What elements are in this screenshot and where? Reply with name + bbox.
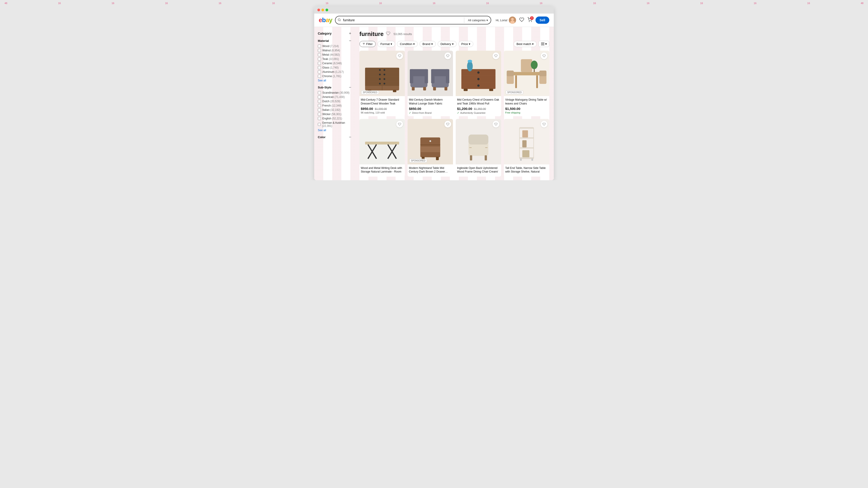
- material-item-0: Wood (7,214): [318, 44, 351, 48]
- material-checkbox-teak[interactable]: [318, 57, 321, 61]
- sell-button[interactable]: Sell: [535, 17, 549, 24]
- price-filter-button[interactable]: Price ▾: [458, 41, 473, 47]
- ruler-mark: 16: [165, 2, 168, 4]
- search-icon: [336, 18, 343, 22]
- svg-point-23: [383, 74, 385, 75]
- svg-rect-53: [513, 72, 541, 75]
- ruler-mark: 16: [539, 2, 542, 4]
- product-card-8[interactable]: Tall End Table, Narrow Side Table with S…: [504, 119, 549, 177]
- sort-select[interactable]: Best match ▾: [514, 41, 537, 47]
- svg-rect-63: [365, 142, 399, 145]
- search-bar: All categories ▾: [335, 16, 491, 24]
- material-checkbox-ceramic[interactable]: [318, 62, 321, 65]
- substyle-checkbox-italian[interactable]: [318, 108, 321, 112]
- verified-icon-3: ✓: [457, 111, 459, 115]
- svg-rect-57: [507, 70, 514, 76]
- product-card-5[interactable]: Wood and Metal Writing Desk with Storage…: [360, 119, 405, 177]
- browser-minimize-button[interactable]: [321, 8, 324, 11]
- category-add-icon[interactable]: +: [349, 31, 351, 35]
- header-actions: Hi, Loria!: [496, 17, 549, 24]
- material-checkbox-walnut[interactable]: [318, 49, 321, 52]
- condition-filter-button[interactable]: Condition ▾: [397, 41, 418, 47]
- wishlist-btn-6[interactable]: [444, 121, 451, 127]
- svg-rect-50: [489, 89, 493, 91]
- substyle-checkbox-wicker[interactable]: [318, 113, 321, 116]
- material-see-all-link[interactable]: See all: [318, 79, 351, 82]
- substyle-checkbox-dutch[interactable]: [318, 100, 321, 103]
- svg-point-3: [511, 18, 514, 21]
- svg-rect-32: [410, 69, 413, 84]
- substyle-checkbox-german[interactable]: [318, 123, 321, 126]
- svg-rect-87: [531, 158, 533, 160]
- filter-button[interactable]: Filter: [360, 41, 376, 47]
- browser-window: ebay All categories ▾ Hi, Lo: [314, 6, 554, 180]
- svg-point-47: [477, 78, 479, 80]
- product-title-4: Vintage Mahogany Dining Table w/ leaves …: [505, 98, 548, 105]
- color-minus-icon[interactable]: −: [349, 135, 351, 139]
- wishlist-btn-4[interactable]: [541, 53, 548, 59]
- price-chevron-icon: ▾: [469, 42, 470, 46]
- content-header: furniture 53,065 results: [360, 31, 549, 37]
- material-checkbox-wood[interactable]: [318, 44, 321, 48]
- svg-rect-86: [520, 158, 522, 160]
- substyle-label-dutch: Dutch (20,529): [322, 100, 340, 103]
- ebay-logo[interactable]: ebay: [319, 17, 332, 24]
- svg-rect-55: [536, 75, 538, 88]
- material-item-2: Metal (44,582): [318, 53, 351, 56]
- wishlist-btn-2[interactable]: [444, 53, 451, 59]
- substyle-checkbox-french[interactable]: [318, 104, 321, 107]
- product-card-1[interactable]: SPONSORED Mid-Century 7 Drawer Standard …: [360, 51, 405, 116]
- ruler-mark: 16: [433, 2, 435, 4]
- search-divider: [464, 18, 464, 23]
- ruler-mark: 16: [58, 2, 61, 4]
- svg-rect-41: [444, 87, 447, 90]
- wishlist-btn-1[interactable]: [396, 53, 403, 59]
- material-checkbox-aluminum[interactable]: [318, 70, 321, 73]
- substyle-checkbox-english[interactable]: [318, 117, 321, 120]
- substyle-minus-icon[interactable]: −: [349, 85, 351, 89]
- avatar[interactable]: [509, 17, 516, 24]
- svg-rect-78: [485, 155, 487, 160]
- material-minus-icon[interactable]: −: [349, 39, 351, 43]
- cart-button[interactable]: 9: [527, 17, 532, 23]
- product-card-4[interactable]: SPONSORED Vintage Mahogany Dining Table …: [504, 51, 549, 116]
- substyle-checkbox-american[interactable]: [318, 95, 321, 99]
- svg-rect-80: [485, 147, 488, 148]
- search-input[interactable]: [343, 18, 463, 22]
- svg-rect-54: [515, 75, 517, 88]
- wishlist-btn-7[interactable]: [493, 121, 499, 127]
- save-search-button[interactable]: [386, 31, 391, 37]
- brand-filter-button[interactable]: Brand ▾: [420, 41, 436, 47]
- product-card-6[interactable]: SPONSORED Modern Nightstand Table Mid Ce…: [408, 119, 453, 177]
- wishlist-button[interactable]: [519, 17, 524, 23]
- product-card-7[interactable]: Ingleside Open Back Upholstered Wood Fra…: [456, 119, 501, 177]
- product-card-3[interactable]: Mid Century Chest of Drawers Oak and Tea…: [456, 51, 501, 116]
- substyle-checkbox-scandinavian[interactable]: [318, 91, 321, 94]
- ruler-mark: 16: [700, 2, 703, 4]
- material-checkbox-metal[interactable]: [318, 53, 321, 56]
- grid-chevron-icon: ▾: [545, 42, 547, 46]
- material-checkbox-glass[interactable]: [318, 66, 321, 69]
- browser-maximize-button[interactable]: [326, 8, 328, 11]
- format-filter-button[interactable]: Format ▾: [377, 41, 395, 47]
- material-checkbox-chrome[interactable]: [318, 74, 321, 78]
- ruler-mark: 16: [593, 2, 596, 4]
- product-card-2[interactable]: Mid Century Danish Modern Walnut Lounge …: [408, 51, 453, 116]
- svg-point-48: [477, 84, 479, 87]
- search-category-selector[interactable]: All categories ▾: [465, 19, 491, 22]
- browser-close-button[interactable]: [317, 8, 320, 11]
- free-shipping-4: Free shipping: [505, 111, 520, 114]
- material-section: Material − Wood (7,214) Walnut (6,954) M…: [318, 39, 351, 82]
- delivery-filter-button[interactable]: Delivery ▾: [438, 41, 457, 47]
- sponsored-badge-1: SPONSORED: [361, 90, 379, 94]
- product-meta-3: ✓ Authenticity Guarantee: [457, 111, 500, 115]
- svg-rect-59: [539, 70, 546, 76]
- grid-view-toggle[interactable]: ▾: [538, 41, 549, 47]
- substyle-see-all-link[interactable]: See all: [318, 129, 351, 132]
- product-grid: SPONSORED Mid-Century 7 Drawer Standard …: [360, 51, 549, 177]
- wishlist-btn-3[interactable]: [493, 53, 499, 59]
- wishlist-btn-8[interactable]: [541, 121, 548, 127]
- wishlist-btn-5[interactable]: [396, 121, 403, 127]
- ruler-mark: 16: [272, 2, 275, 4]
- format-label: Format: [380, 42, 390, 46]
